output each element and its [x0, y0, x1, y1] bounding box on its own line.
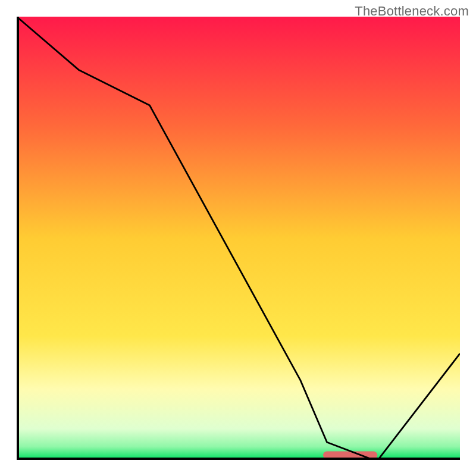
chart-background-gradient	[17, 17, 460, 460]
watermark-text: TheBottleneck.com	[355, 4, 469, 19]
bottleneck-chart	[17, 17, 460, 460]
chart-svg	[17, 17, 460, 460]
